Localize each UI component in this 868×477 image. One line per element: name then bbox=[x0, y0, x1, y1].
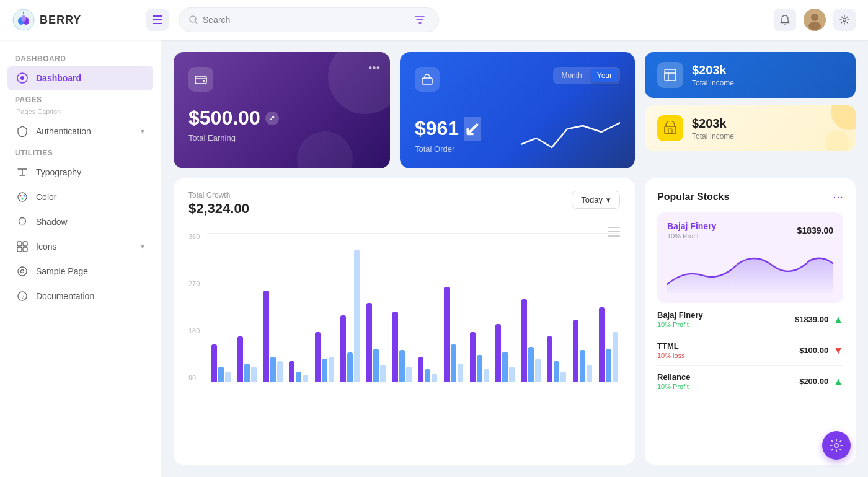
stocks-more-icon[interactable]: ··· bbox=[833, 190, 843, 204]
year-toggle[interactable]: Year bbox=[591, 69, 618, 82]
stock-featured-profit: 10% Profit bbox=[667, 232, 716, 240]
growth-amount: $2,324.00 bbox=[188, 201, 249, 217]
documentation-label: Documentation bbox=[36, 291, 94, 301]
svg-point-34 bbox=[831, 105, 856, 130]
yellow-card-decoration bbox=[806, 105, 856, 151]
sidebar-item-sample-page[interactable]: Sample Page bbox=[7, 259, 153, 284]
topbar: BERRY bbox=[0, 0, 868, 40]
sidebar-item-documentation[interactable]: ? Documentation bbox=[7, 284, 153, 309]
bar-purple bbox=[340, 315, 346, 382]
avatar[interactable] bbox=[804, 9, 826, 31]
svg-point-18 bbox=[19, 218, 26, 225]
y-label-270: 270 bbox=[188, 280, 207, 287]
toggle-group: Month Year bbox=[553, 67, 620, 84]
floating-gear-button[interactable] bbox=[822, 431, 851, 460]
today-button[interactable]: Today ▾ bbox=[572, 191, 620, 209]
svg-point-39 bbox=[835, 444, 838, 447]
svg-rect-36 bbox=[608, 227, 620, 228]
chart-area: 360 270 180 90 bbox=[188, 227, 620, 452]
bar-purple bbox=[599, 307, 604, 382]
bar-blue bbox=[244, 364, 250, 382]
sidebar-item-dashboard[interactable]: Dashboard bbox=[7, 66, 153, 90]
trend-up-icon-2: ▲ bbox=[833, 376, 843, 387]
stocks-header: Popular Stocks ··· bbox=[657, 190, 843, 204]
bar-blue bbox=[270, 357, 276, 382]
svg-rect-20 bbox=[17, 242, 22, 246]
sidebar-item-icons[interactable]: Icons ▾ bbox=[7, 234, 153, 259]
svg-rect-21 bbox=[23, 242, 27, 246]
bar-blue bbox=[373, 349, 379, 382]
svg-rect-28 bbox=[195, 76, 206, 84]
hamburger-button[interactable] bbox=[146, 9, 169, 31]
menu-icon bbox=[153, 15, 162, 24]
svg-point-14 bbox=[18, 193, 27, 201]
month-toggle[interactable]: Month bbox=[555, 69, 588, 82]
svg-point-16 bbox=[24, 195, 25, 197]
bar-blue bbox=[554, 361, 559, 382]
bar-purple bbox=[418, 357, 423, 382]
bar-blue bbox=[347, 352, 353, 382]
bar-light bbox=[225, 372, 231, 382]
bar-light bbox=[613, 332, 618, 382]
svg-text:?: ? bbox=[22, 294, 24, 300]
sidebar-item-color[interactable]: Color bbox=[7, 185, 153, 209]
earning-trend-icon: ↗ bbox=[265, 112, 279, 125]
stock-item-bajaj: Bajaj Finery 10% Profit $1839.00 ▲ bbox=[657, 310, 843, 335]
order-left: $961 ↙ Total Order bbox=[415, 117, 480, 154]
growth-card: Total Growth $2,324.00 Today ▾ bbox=[174, 178, 635, 465]
stock-area-chart bbox=[667, 245, 833, 294]
sidebar-dashboard-label: Dashboard bbox=[36, 73, 81, 83]
stock-featured-price: $1839.00 bbox=[797, 225, 833, 235]
stock-item-ttml-loss: 10% loss bbox=[657, 352, 685, 359]
income-blue-info: $203k Total Income bbox=[692, 63, 734, 87]
growth-header: Total Growth $2,324.00 Today ▾ bbox=[188, 191, 620, 217]
sample-page-label: Sample Page bbox=[36, 266, 88, 276]
order-card-body: $961 ↙ Total Order bbox=[415, 116, 620, 154]
filter-button[interactable] bbox=[411, 11, 428, 28]
avatar-image bbox=[804, 9, 826, 31]
store-icon bbox=[663, 121, 677, 135]
bar-purple bbox=[392, 312, 398, 382]
svg-point-25 bbox=[21, 270, 24, 273]
bar-blue bbox=[322, 359, 327, 382]
bar-group-13 bbox=[545, 233, 569, 382]
sidebar-item-shadow[interactable]: Shadow bbox=[7, 209, 153, 234]
stock-item-price: $1839.00 bbox=[795, 315, 828, 324]
order-amount: $961 ↙ bbox=[415, 117, 480, 141]
bar-group-9 bbox=[442, 233, 466, 382]
svg-rect-37 bbox=[608, 231, 620, 232]
sidebar-item-authentication[interactable]: Authentication ▾ bbox=[7, 119, 153, 144]
income-yellow-info: $203k Total Income bbox=[692, 116, 734, 141]
today-chevron-icon: ▾ bbox=[606, 195, 611, 204]
earning-amount: $500.00 ↗ bbox=[188, 107, 375, 129]
sidebar-item-typography[interactable]: Typography bbox=[7, 160, 153, 185]
bar-purple bbox=[495, 324, 501, 382]
stock-item-info: Bajaj Finery 10% Profit bbox=[657, 310, 703, 328]
bell-icon bbox=[780, 15, 790, 25]
bar-group-0 bbox=[210, 233, 233, 382]
topbar-settings-button[interactable] bbox=[833, 9, 856, 31]
sidebar-section-pages: Pages bbox=[7, 90, 153, 107]
sample-page-icon bbox=[16, 265, 29, 278]
bar-purple bbox=[264, 291, 269, 382]
order-card-icon-box bbox=[415, 67, 440, 92]
svg-rect-29 bbox=[203, 80, 205, 82]
trend-up-icon: ▲ bbox=[833, 314, 843, 325]
bar-blue bbox=[425, 369, 430, 382]
svg-rect-5 bbox=[153, 19, 162, 20]
search-input[interactable] bbox=[203, 15, 406, 25]
trend-down-icon: ▼ bbox=[833, 345, 843, 356]
stock-item-reliance-info: Reliance 10% Profit bbox=[657, 372, 690, 390]
bar-light bbox=[560, 372, 566, 382]
earning-card-menu[interactable]: ••• bbox=[368, 62, 380, 75]
dashboard-icon bbox=[16, 72, 29, 84]
bar-purple bbox=[470, 332, 476, 382]
bar-purple bbox=[573, 320, 578, 382]
right-cards: $203k Total Income $203k Total bbox=[645, 52, 856, 168]
bar-chart bbox=[210, 233, 620, 382]
bar-group-6 bbox=[365, 233, 388, 382]
bar-purple bbox=[366, 303, 372, 382]
topbar-right bbox=[774, 9, 856, 31]
bar-light bbox=[277, 361, 283, 382]
notification-button[interactable] bbox=[774, 9, 796, 31]
